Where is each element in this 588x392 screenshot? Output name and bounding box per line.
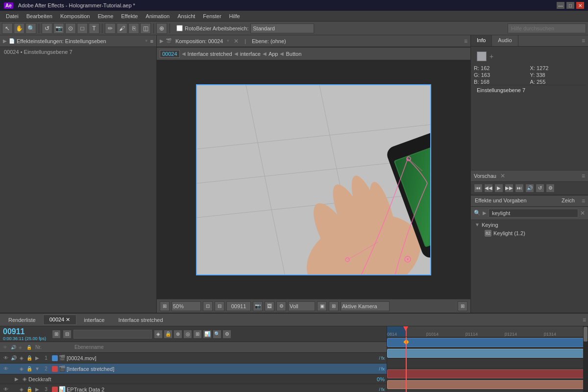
track-scrollbar-thumb[interactable] bbox=[584, 327, 588, 342]
layer2-audio[interactable] bbox=[10, 365, 18, 373]
layer1-solo[interactable]: ◈ bbox=[18, 354, 25, 362]
tool-zoom[interactable]: 🔍 bbox=[25, 23, 36, 34]
breadcrumb-nav4[interactable]: ◀ bbox=[280, 51, 284, 56]
layer3-switch[interactable]: / bbox=[379, 387, 380, 392]
effects-search-icon[interactable]: 🔍 bbox=[474, 210, 481, 216]
tool-clone[interactable]: ⎘ bbox=[128, 23, 139, 34]
tool-rect[interactable]: □ bbox=[77, 23, 88, 34]
tc-solo[interactable]: ◈ bbox=[154, 330, 163, 339]
breadcrumb-interface[interactable]: interface bbox=[240, 51, 261, 57]
layer2-solo[interactable]: ◈ bbox=[18, 365, 25, 373]
close-button[interactable]: ✕ bbox=[576, 2, 584, 9]
menu-komposition[interactable]: Komposition bbox=[56, 12, 94, 20]
tab-00024[interactable]: 00024 ✕ bbox=[43, 315, 77, 325]
tc-btn1[interactable]: ⊞ bbox=[52, 330, 61, 339]
help-search[interactable] bbox=[508, 24, 586, 33]
layer3-audio[interactable] bbox=[10, 386, 18, 392]
tab-interface-stretched[interactable]: Interface stretched bbox=[112, 315, 170, 325]
comp-close[interactable]: ✕ bbox=[234, 38, 239, 45]
breadcrumb-interface-stretched[interactable]: Interface stretched bbox=[188, 51, 232, 57]
tool-select[interactable]: ↖ bbox=[2, 23, 13, 34]
menu-animation[interactable]: Animation bbox=[142, 12, 173, 20]
breadcrumb-nav2[interactable]: ◀ bbox=[234, 51, 238, 56]
menu-datei[interactable]: Datei bbox=[2, 12, 23, 20]
tool-brush[interactable]: 🖌 bbox=[117, 23, 127, 34]
effects-search-expand[interactable]: ▶ bbox=[483, 210, 487, 216]
breadcrumb-app[interactable]: App bbox=[269, 51, 278, 57]
preview-loop[interactable]: ↺ bbox=[536, 184, 544, 193]
track-bar-4[interactable] bbox=[387, 380, 588, 389]
viewer-btn-region[interactable]: ▣ bbox=[317, 301, 327, 311]
viewer-btn-3d[interactable]: ⊞ bbox=[458, 301, 467, 311]
track-scrollbar-v[interactable] bbox=[583, 326, 588, 392]
breadcrumb-nav3[interactable]: ◀ bbox=[263, 51, 267, 56]
camera-select[interactable]: Aktive Kamera bbox=[341, 301, 390, 311]
tab-interface[interactable]: interface bbox=[77, 315, 111, 325]
menu-fenster[interactable]: Fenster bbox=[199, 12, 225, 20]
layer3-solo[interactable]: ◈ bbox=[18, 386, 25, 392]
layer1-fx[interactable]: fx bbox=[381, 356, 385, 361]
viewer-btn-safe[interactable]: ⊟ bbox=[215, 301, 224, 311]
layer3-vis[interactable]: 👁 bbox=[2, 386, 10, 392]
tc-lock[interactable]: 🔒 bbox=[164, 330, 172, 339]
track-bar-3[interactable] bbox=[387, 369, 588, 378]
workspace-select[interactable]: Standard bbox=[250, 24, 314, 33]
tab-info[interactable]: Info bbox=[471, 35, 492, 46]
viewer-btn-snapshot[interactable]: 📷 bbox=[253, 301, 263, 311]
tool-rotate[interactable]: ↺ bbox=[42, 23, 52, 34]
layer-search-input[interactable] bbox=[74, 330, 152, 339]
tc-blend[interactable]: ⊕ bbox=[173, 330, 182, 339]
layer1-lock[interactable]: 🔒 bbox=[25, 354, 33, 362]
tc-shape[interactable]: ◎ bbox=[183, 330, 192, 339]
layer2-fx[interactable]: fx bbox=[381, 367, 385, 371]
keying-expand[interactable]: ▼ bbox=[475, 222, 480, 227]
preview-play[interactable]: ▶ bbox=[494, 184, 503, 193]
layer1-expand[interactable]: ▶ bbox=[33, 355, 41, 361]
breadcrumb-button[interactable]: Button bbox=[286, 51, 301, 57]
preview-close[interactable]: ✕ bbox=[500, 172, 505, 179]
layer-row-1[interactable]: 👁 🔊 ◈ 🔒 ▶ 1 🎬 [00024.mov] / fx bbox=[0, 353, 387, 364]
tool-camera[interactable]: 📷 bbox=[53, 23, 64, 34]
layer3-expand[interactable]: ▶ bbox=[33, 387, 41, 392]
maximize-button[interactable]: □ bbox=[566, 2, 574, 9]
preview-next-frame[interactable]: ▶▶ bbox=[505, 184, 514, 193]
left-panel-menu[interactable]: ≡ bbox=[150, 38, 153, 44]
tc-settings[interactable]: ⚙ bbox=[222, 330, 231, 339]
viewer-btn-show-snapshot[interactable]: 🖼 bbox=[265, 301, 274, 311]
rotobezier-checkbox[interactable] bbox=[176, 25, 183, 31]
tc-graph[interactable]: 📊 bbox=[203, 330, 212, 339]
preview-last-frame[interactable]: ⏭ bbox=[515, 184, 524, 193]
preview-menu[interactable]: ≡ bbox=[582, 172, 585, 179]
menu-bearbeiten[interactable]: Bearbeiten bbox=[23, 12, 56, 20]
layer2-switch[interactable]: / bbox=[379, 367, 380, 371]
timeline-menu[interactable]: ≡ bbox=[583, 317, 586, 323]
layer-row-2[interactable]: 👁 ◈ 🔒 ▼ 2 🎬 [Interface stretched] / fx bbox=[0, 364, 387, 374]
viewer-btn-grid[interactable]: ⊞ bbox=[160, 301, 170, 311]
tool-text[interactable]: T bbox=[89, 23, 99, 34]
comp-panel-menu[interactable]: ≡ bbox=[464, 38, 467, 45]
layer3-fx[interactable]: fx bbox=[381, 387, 385, 392]
tool-orbit[interactable]: ⊙ bbox=[65, 23, 76, 34]
tc-search2[interactable]: 🔍 bbox=[213, 330, 221, 339]
comp-viewer[interactable] bbox=[157, 60, 470, 299]
tc-btn2[interactable]: ⊟ bbox=[63, 330, 72, 339]
frame-input[interactable] bbox=[226, 301, 251, 311]
menu-ansicht[interactable]: Ansicht bbox=[173, 12, 199, 20]
layer2-expand[interactable]: ▼ bbox=[33, 366, 41, 371]
effects-panel-menu[interactable]: ≡ bbox=[579, 196, 588, 206]
effects-tab-char[interactable]: Zeich bbox=[558, 196, 579, 206]
effects-tab-main[interactable]: Effekte und Vorgaben bbox=[471, 196, 558, 206]
tool-hand[interactable]: ✋ bbox=[14, 23, 24, 34]
breadcrumb-nav1[interactable]: ◀ bbox=[182, 51, 186, 56]
preview-audio[interactable]: 🔊 bbox=[525, 184, 534, 193]
tab-audio[interactable]: Audio bbox=[492, 35, 518, 46]
tab-renderliste[interactable]: Renderliste bbox=[2, 315, 42, 325]
minimize-button[interactable]: — bbox=[557, 2, 564, 9]
preview-settings[interactable]: ⚙ bbox=[546, 184, 555, 193]
tool-eraser[interactable]: ◫ bbox=[140, 23, 151, 34]
viewer-btn-color[interactable]: ⚙ bbox=[276, 301, 286, 311]
effects-search-input[interactable] bbox=[489, 209, 578, 218]
layer1-audio[interactable]: 🔊 bbox=[10, 354, 18, 362]
tool-pen[interactable]: ✏ bbox=[105, 23, 116, 34]
layer2-lock[interactable]: 🔒 bbox=[25, 365, 33, 373]
